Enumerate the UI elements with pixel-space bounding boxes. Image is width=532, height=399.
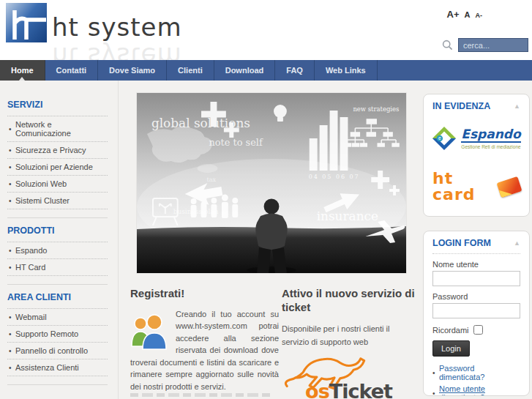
bullet-icon: • [9,247,15,255]
nav-item-contatti[interactable]: Contatti [45,60,99,81]
bullet-icon: • [9,364,15,372]
font-increase-button[interactable]: A+ [447,9,460,20]
sidebar-item-soluzioni-web[interactable]: •Soluzioni Web [7,175,108,192]
remember-me-row: Ricordami [432,325,520,335]
nav-item-home[interactable]: Home [0,60,45,81]
bullet-icon: • [432,389,439,397]
password-label: Password [432,292,520,301]
registrati-section: Registrati! Creando il tuo account su ww… [130,287,279,392]
sidebar-section-title-prodotti: PRODOTTI [7,225,108,236]
hero-text-note-to-self: note to self [209,137,263,148]
sidebar-section-title-servizi: SERVIZI [7,100,108,110]
search-input[interactable] [458,38,528,52]
truncated-text-line [130,393,274,397]
bullet-icon: • [9,163,15,171]
ht-card-logo[interactable]: ht card [432,171,520,203]
sidebar-item-network-e-comunicazione[interactable]: •Network e Comunicazione [7,116,108,141]
forgot-password-link[interactable]: Password dimenticata? [439,364,520,381]
font-size-controls: A+ A A- [447,9,482,20]
login-links: •Password dimenticata? •Nome utente dime… [432,364,520,396]
font-reset-button[interactable]: A [465,10,471,19]
header: ht system ht system A+ A A- [0,0,532,60]
content-area: SERVIZI •Network e Comunicazione •Sicure… [0,81,532,399]
logo-mark-icon [6,3,47,42]
bullet-icon: • [9,313,15,321]
sidebar-item-webmail[interactable]: •Webmail [7,308,108,325]
search-icon[interactable] [442,40,453,51]
sidebar-separator [7,217,108,218]
nav-item-faq[interactable]: FAQ [275,60,315,81]
sidebar-item-supporto-remoto[interactable]: •Supporto Remoto [7,325,108,342]
right-sidebar: ▲ IN EVIDENZA e Espando Gestione Reti di [423,81,530,399]
search-bar [442,38,528,52]
login-form-title: LOGIN FORM [432,238,520,248]
hero-image: global solutions note to self tax busine… [136,92,407,274]
hero-text-new-strategies: new strategies [353,105,399,113]
sidebar-list-area-clienti: •Webmail •Supporto Remoto •Pannello di c… [7,308,108,376]
left-sidebar: SERVIZI •Network e Comunicazione •Sicure… [0,81,119,399]
main-nav: Home Contatti Dove Siamo Clienti Downloa… [0,60,532,81]
bullet-icon: • [9,264,15,272]
site-logo[interactable]: ht system [6,3,182,42]
bullet-icon: • [9,347,15,355]
font-decrease-button[interactable]: A- [476,12,483,19]
card-icon [496,176,522,197]
collapse-icon[interactable]: ▲ [514,102,520,110]
sidebar-item-sicurezza-e-privacy[interactable]: •Sicurezza e Privacy [7,141,108,158]
in-evidenza-title: IN EVIDENZA [432,101,520,111]
hero-text-insurance: insurance [317,209,378,223]
nav-item-download[interactable]: Download [214,60,276,81]
divider [432,253,520,254]
username-label: Nome utente [432,260,520,269]
ht-card-name: ht card [432,171,491,203]
espando-tagline: Gestione Reti di mediazione [461,144,520,149]
logo-text: ht system [52,15,182,40]
bullet-icon: • [9,180,15,188]
ticket-section: Attivo il nuovo servizio di ticket Dispo… [282,287,416,399]
registrati-title: Registrati! [130,287,279,301]
sidebar-item-ht-card[interactable]: •HT Card [7,258,108,275]
nav-item-clienti[interactable]: Clienti [167,60,214,81]
sidebar-item-pannello-di-controllo[interactable]: •Pannello di controllo [7,342,108,359]
bullet-icon: • [9,125,15,133]
ticket-body: Disponibile per i nostri clienti il serv… [282,322,416,349]
username-field[interactable] [432,271,520,286]
forgot-username-link[interactable]: Nome utente dimenticato? [439,384,520,396]
sidebar-item-soluzioni-per-aziende[interactable]: •Soluzioni per Aziende [7,158,108,175]
sidebar-list-prodotti: •Espando •HT Card [7,242,108,276]
bullet-icon: • [432,369,439,377]
collapse-icon[interactable]: ▲ [514,239,520,247]
nav-item-dove-siamo[interactable]: Dove Siamo [98,60,167,81]
forgot-username-row: •Nome utente dimenticato? [432,384,520,396]
espando-logo[interactable]: e Espando Gestione Reti di mediazione [432,126,520,151]
svg-text:e: e [438,135,441,141]
sidebar-item-assistenza-clienti[interactable]: •Assistenza Clienti [7,359,108,376]
sidebar-item-sistemi-cluster[interactable]: •Sistemi Cluster [7,192,108,209]
sidebar-list-servizi: •Network e Comunicazione •Sicurezza e Pr… [7,116,108,209]
bullet-icon: • [9,197,15,205]
bullet-icon: • [9,330,15,338]
sidebar-item-espando[interactable]: •Espando [7,242,108,258]
sidebar-separator [7,384,108,385]
ticket-title: Attivo il nuovo servizio di ticket [282,287,416,315]
espando-icon: e [432,126,457,151]
remember-me-checkbox[interactable] [473,325,483,335]
hero-text-tax: tax [206,176,216,183]
osticket-logo[interactable]: osTicket http://assistenza.ht-system.com [282,381,416,399]
password-field[interactable] [432,303,520,318]
bullet-icon: • [9,146,15,154]
forgot-password-row: •Password dimenticata? [432,364,520,381]
page: ht system ht system A+ A A- Home Contatt… [0,0,532,399]
espando-name: Espando [461,127,520,143]
osticket-wordmark: osTicket [282,381,416,399]
login-button[interactable]: Login [432,340,470,357]
hero-bar-labels: 04 05 06 07 [309,174,360,180]
in-evidenza-box: ▲ IN EVIDENZA e Espando Gestione Reti di [423,94,530,217]
sidebar-separator [7,284,108,285]
login-form-box: ▲ LOGIN FORM Nome utente Password Ricord… [423,231,530,396]
sidebar-section-title-area-clienti: AREA CLIENTI [7,292,108,302]
remember-me-label: Ricordami [432,326,469,335]
nav-item-web-links[interactable]: Web Links [315,60,378,81]
users-icon [130,314,168,351]
main-column: global solutions note to self tax busine… [119,81,423,399]
